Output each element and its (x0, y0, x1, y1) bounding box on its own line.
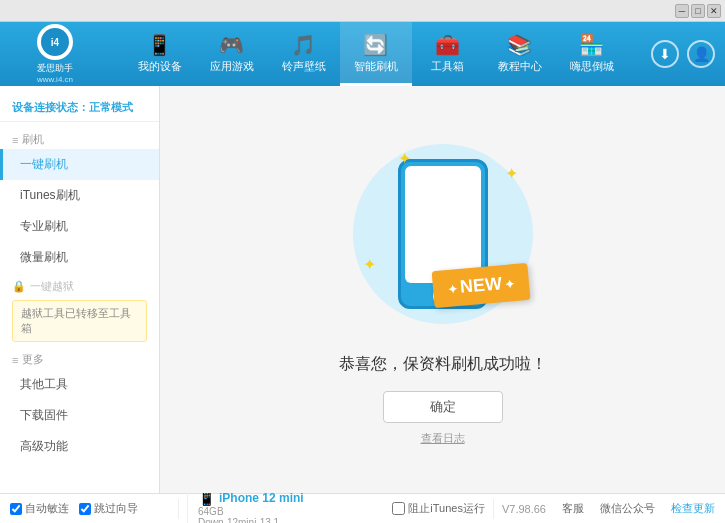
confirm-button[interactable]: 确定 (383, 391, 503, 423)
bottom-left: 自动敏连 跳过向导 (10, 501, 170, 516)
sidebar: 设备连接状态：正常模式 ≡ 刷机 一键刷机 iTunes刷机 专业刷机 微量刷机… (0, 86, 160, 493)
bottom-bar: 自动敏连 跳过向导 📱 iPhone 12 mini 64GB Down-12m… (0, 493, 725, 523)
sparkle-icon-3: ✦ (363, 255, 376, 274)
sidebar-item-save-flash[interactable]: 微量刷机 (0, 242, 159, 273)
section-icon-flash: ≡ (12, 134, 18, 146)
skip-wizard-checkbox[interactable]: 跳过向导 (79, 501, 138, 516)
bottom-right: V7.98.66 客服 微信公众号 检查更新 (502, 501, 715, 516)
header: i4 爱思助手 www.i4.cn 📱 我的设备 🎮 应用游戏 🎵 铃声壁纸 🔄… (0, 22, 725, 86)
sidebar-item-advanced[interactable]: 高级功能 (0, 431, 159, 462)
sidebar-item-one-click-flash[interactable]: 一键刷机 (0, 149, 159, 180)
service-link[interactable]: 客服 (562, 501, 584, 516)
think-city-icon: 🏪 (579, 35, 604, 55)
sidebar-item-download-firmware[interactable]: 下载固件 (0, 400, 159, 431)
sidebar-section-flash: ≡ 刷机 (0, 126, 159, 149)
sparkle-icon-2: ✦ (505, 164, 518, 183)
stop-itunes-input[interactable] (392, 502, 405, 515)
minimize-button[interactable]: ─ (675, 4, 689, 18)
sidebar-section-jailbreak: 🔒 一键越狱 (0, 273, 159, 296)
version-text: V7.98.66 (502, 503, 546, 515)
nav-tutorial[interactable]: 📚 教程中心 (484, 22, 556, 86)
nav-my-device[interactable]: 📱 我的设备 (124, 22, 196, 86)
header-right: ⬇ 👤 (651, 40, 715, 68)
phone-screen (405, 166, 481, 283)
skip-wizard-input[interactable] (79, 503, 91, 515)
main-area: 设备连接状态：正常模式 ≡ 刷机 一键刷机 iTunes刷机 专业刷机 微量刷机… (0, 86, 725, 493)
sidebar-item-pro-flash[interactable]: 专业刷机 (0, 211, 159, 242)
device-info: 📱 iPhone 12 mini 64GB Down-12mini-13,1 (187, 490, 307, 524)
nav-ringtone[interactable]: 🎵 铃声壁纸 (268, 22, 340, 86)
nav-smart-flash[interactable]: 🔄 智能刷机 (340, 22, 412, 86)
window-controls[interactable]: ─ □ ✕ (675, 4, 721, 18)
tutorial-icon: 📚 (507, 35, 532, 55)
wechat-link[interactable]: 微信公众号 (600, 501, 655, 516)
nav-toolbox[interactable]: 🧰 工具箱 (412, 22, 484, 86)
update-button[interactable]: 检查更新 (671, 501, 715, 516)
divider-1 (178, 499, 179, 519)
auto-close-checkbox[interactable]: 自动敏连 (10, 501, 69, 516)
sidebar-section-more: ≡ 更多 (0, 346, 159, 369)
nav-think-city[interactable]: 🏪 嗨思倒城 (556, 22, 628, 86)
title-bar: ─ □ ✕ (0, 0, 725, 22)
phone-illustration: NEW ✦ ✦ ✦ (343, 134, 543, 334)
device-storage: 64GB (198, 506, 307, 517)
sidebar-item-itunes-flash[interactable]: iTunes刷机 (0, 180, 159, 211)
sidebar-item-other-tools[interactable]: 其他工具 (0, 369, 159, 400)
success-message: 恭喜您，保资料刷机成功啦！ (339, 354, 547, 375)
ringtone-icon: 🎵 (291, 35, 316, 55)
my-device-icon: 📱 (147, 35, 172, 55)
divider-2 (493, 499, 494, 519)
app-games-icon: 🎮 (219, 35, 244, 55)
section-icon-more: ≡ (12, 354, 18, 366)
logo-text: 爱思助手 www.i4.cn (37, 62, 73, 84)
logo-icon: i4 (37, 24, 73, 60)
stop-itunes-checkbox[interactable]: 阻止iTunes运行 (392, 501, 485, 516)
user-button[interactable]: 👤 (687, 40, 715, 68)
new-badge: NEW (431, 262, 530, 307)
main-content: NEW ✦ ✦ ✦ 恭喜您，保资料刷机成功啦！ 确定 查看日志 (160, 86, 725, 493)
sparkle-icon-1: ✦ (398, 149, 411, 168)
maximize-button[interactable]: □ (691, 4, 705, 18)
smart-flash-icon: 🔄 (363, 35, 388, 55)
download-button[interactable]: ⬇ (651, 40, 679, 68)
lock-icon: 🔒 (12, 280, 26, 293)
nav-app-games[interactable]: 🎮 应用游戏 (196, 22, 268, 86)
nav-bar: 📱 我的设备 🎮 应用游戏 🎵 铃声壁纸 🔄 智能刷机 🧰 工具箱 📚 教程中心… (100, 22, 651, 86)
close-button[interactable]: ✕ (707, 4, 721, 18)
device-model: Down-12mini-13,1 (198, 517, 307, 524)
toolbox-icon: 🧰 (435, 35, 460, 55)
jailbreak-warning: 越狱工具已转移至工具箱 (12, 300, 147, 342)
logo-area: i4 爱思助手 www.i4.cn (10, 24, 100, 84)
auto-close-input[interactable] (10, 503, 22, 515)
daily-log-link[interactable]: 查看日志 (421, 431, 465, 446)
connection-status: 设备连接状态：正常模式 (0, 94, 159, 122)
logo-inner: i4 (41, 28, 69, 56)
